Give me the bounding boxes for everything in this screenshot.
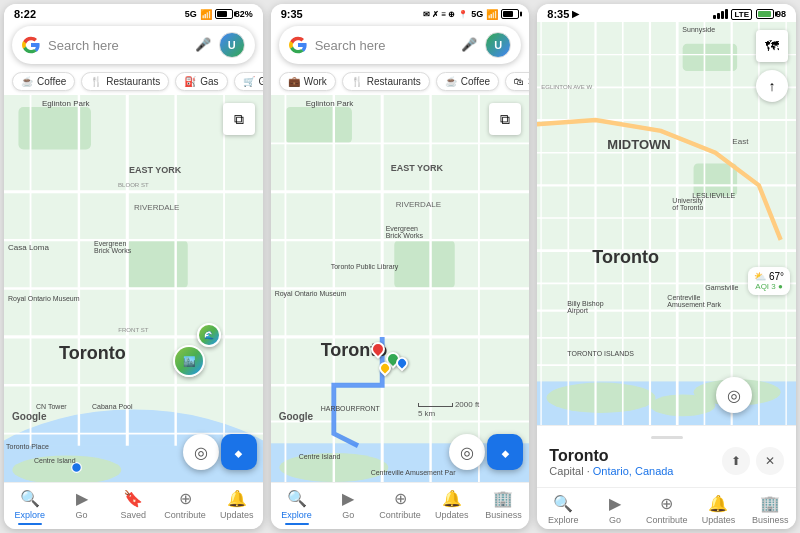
status-bar-1: 8:22 5G 📶 82% [4,4,263,22]
scale-bar-2: 2000 ft 5 km [418,400,479,418]
svg-text:BLOOR ST: BLOOR ST [118,182,149,188]
svg-rect-25 [394,240,454,288]
time-1: 8:22 [14,8,36,20]
business-icon-3: 🏢 [760,494,780,513]
weather-aqi-3: AQI 3 ● [754,282,784,291]
avatar-1[interactable]: U [219,32,245,58]
weather-badge-3: ⛅ 67° AQI 3 ● [748,267,790,295]
nav-go-1[interactable]: ▶ Go [56,489,108,525]
search-input-2[interactable]: Search here [315,38,454,53]
updates-label-3: Updates [702,515,736,525]
saved-label-1: Saved [121,510,147,520]
street-photo-1[interactable]: 🏙️ [173,345,205,377]
nav-contribute-1[interactable]: ⊕ Contribute [159,489,211,525]
info-card-3: Toronto Capital · Ontario, Canada ⬆ ✕ [537,425,796,487]
chip-work-2[interactable]: 💼Work [279,72,336,91]
svg-rect-24 [285,107,352,143]
chip-restaurants-1[interactable]: 🍴Restaurants [81,72,169,91]
bottom-nav-3: 🔍 Explore ▶ Go ⊕ Contribute 🔔 Updates 🏢 … [537,487,796,529]
street-photo-2[interactable]: 🌊 [197,323,221,347]
updates-icon-2: 🔔 [442,489,462,508]
nav-business-2[interactable]: 🏢 Business [478,489,530,525]
mic-icon-2[interactable]: 🎤 [461,37,477,53]
chip-coffee-2[interactable]: ☕Coffee [436,72,499,91]
updates-label-2: Updates [435,510,469,520]
nav-explore-1[interactable]: 🔍 Explore [4,489,56,525]
search-bar-1[interactable]: Search here 🎤 U [12,26,255,64]
layers-btn-1[interactable]: ⧉ [223,103,255,135]
svg-point-40 [547,383,656,413]
share-btn-3[interactable]: ⬆ [722,447,750,475]
nav-updates-2[interactable]: 🔔 Updates [426,489,478,525]
google-watermark-2: Google [279,411,313,422]
chip-coffee-1[interactable]: ☕Coffee [12,72,75,91]
chip-gas-1[interactable]: ⛽Gas [175,72,227,91]
nav-saved-1[interactable]: 🔖 Saved [107,489,159,525]
layers-btn-2[interactable]: ⧉ [489,103,521,135]
signal-bars-3 [713,9,728,19]
go-icon-1: ▶ [76,489,88,508]
nav-go-2[interactable]: ▶ Go [322,489,374,525]
signal-icon-1: 5G [185,9,197,19]
search-input-1[interactable]: Search here [48,38,187,53]
nav-explore-2[interactable]: 🔍 Explore [271,489,323,525]
info-card-content-3: Toronto Capital · Ontario, Canada ⬆ ✕ [549,447,784,477]
map-area-3[interactable]: Sunnyside EGLINTON AVE W MIDTOWN East LE… [537,22,796,425]
compass-btn-3[interactable]: ↑ [756,70,788,102]
nav-go-3[interactable]: ▶ Go [589,494,641,525]
go-icon-3: ▶ [609,494,621,513]
filter-chips-1: ☕Coffee 🍴Restaurants ⛽Gas 🛒Groceries [4,68,263,95]
chip-restaurants-2[interactable]: 🍴Restaurants [342,72,430,91]
status-icons-3: LTE 98 [713,9,786,20]
phone-panel-3: 8:35 ▶ LTE 98 [537,4,796,529]
chip-groceries-1[interactable]: 🛒Groceries [234,72,263,91]
svg-rect-4 [127,240,187,288]
info-title-3: Toronto [549,447,673,465]
saved-icon-1: 🔖 [123,489,143,508]
location-btn-3[interactable]: ◎ [716,377,752,413]
status-icons-2: ✉ ✗ ≡ ⊕ 📍 5G 📶 [423,9,519,20]
svg-rect-43 [683,44,737,71]
time-3: 8:35 ▶ [547,8,579,20]
signal-icon-2: 5G [471,9,483,19]
info-link-3[interactable]: Ontario, Canada [593,465,674,477]
nav-contribute-3[interactable]: ⊕ Contribute [641,494,693,525]
nav-updates-1[interactable]: 🔔 Updates [211,489,263,525]
nav-explore-3[interactable]: 🔍 Explore [537,494,589,525]
weather-temp-3: 67° [769,271,784,282]
google-watermark-1: Google [12,411,46,422]
business-label-3: Business [752,515,789,525]
go-icon-2: ▶ [342,489,354,508]
battery-3: 98 [756,9,786,19]
search-bar-2[interactable]: Search here 🎤 U [279,26,522,64]
wifi-icon-1: 📶 [200,9,212,20]
business-label-2: Business [485,510,522,520]
contribute-icon-2: ⊕ [394,489,407,508]
contribute-label-1: Contribute [164,510,206,520]
layers-btn-3[interactable]: 🗺 [756,30,788,62]
avatar-2[interactable]: U [485,32,511,58]
time-2: 9:35 [281,8,303,20]
nav-btn-1[interactable]: ⬥ [221,434,257,470]
location-btn-1[interactable]: ◎ [183,434,219,470]
explore-icon-3: 🔍 [553,494,573,513]
chip-shopping-2[interactable]: 🛍Shop [505,72,529,91]
status-bar-2: 9:35 ✉ ✗ ≡ ⊕ 📍 5G 📶 [271,4,530,22]
lte-badge-3: LTE [731,9,752,20]
nav-btn-2[interactable]: ⬥ [487,434,523,470]
close-btn-3[interactable]: ✕ [756,447,784,475]
contribute-icon-1: ⊕ [179,489,192,508]
map-area-1[interactable]: BLOOR ST FRONT ST Eglinton Park EAST YOR… [4,95,263,482]
status-icons-1: 5G 📶 82% [185,9,253,20]
filter-chips-2: 💼Work 🍴Restaurants ☕Coffee 🛍Shop [271,68,530,95]
nav-contribute-2[interactable]: ⊕ Contribute [374,489,426,525]
map-area-2[interactable]: Eglinton Park EAST YORK RIVERDALE Evergr… [271,95,530,482]
svg-text:FRONT ST: FRONT ST [118,327,148,333]
icons-misc-2: ✉ ✗ ≡ ⊕ [423,10,455,19]
drag-handle-3[interactable] [651,436,683,439]
nav-updates-3[interactable]: 🔔 Updates [693,494,745,525]
mic-icon-1[interactable]: 🎤 [195,37,211,53]
battery-2 [501,9,519,19]
explore-icon-1: 🔍 [20,489,40,508]
nav-business-3[interactable]: 🏢 Business [744,494,796,525]
